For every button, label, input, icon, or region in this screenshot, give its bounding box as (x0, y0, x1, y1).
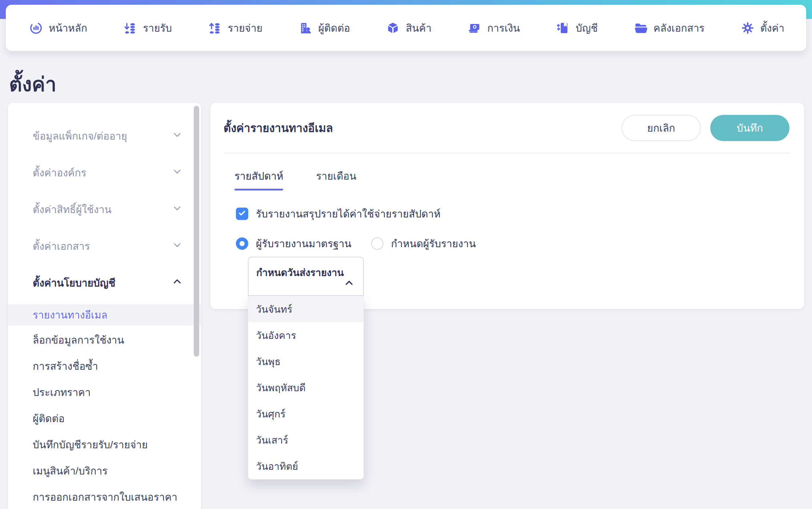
day-option-sunday[interactable]: วันอาทิตย์ (248, 453, 363, 479)
sidebar-item-contacts[interactable]: ผู้ติดต่อ (8, 405, 201, 432)
nav-item-documents[interactable]: คลังเอกสาร (634, 20, 705, 36)
radio-custom-recipients[interactable]: กำหนดผู้รับรายงาน (371, 236, 476, 252)
send-day-dropdown: กำหนดวันส่งรายงาน วันจันทร์ วันอังคาร วั… (248, 257, 364, 480)
nav-item-settings[interactable]: ตั้งค่า (741, 20, 784, 36)
nav-item-income[interactable]: รายรับ (123, 20, 172, 36)
tab-weekly[interactable]: รายสัปดาห์ (234, 168, 283, 191)
tab-label: รายสัปดาห์ (234, 168, 283, 189)
nav-item-label: ผู้ติดต่อ (318, 20, 350, 36)
nav-item-expense[interactable]: รายจ่าย (208, 20, 262, 36)
send-day-dropdown-field[interactable]: กำหนดวันส่งรายงาน (248, 257, 364, 296)
save-button[interactable]: บันทึก (710, 115, 789, 141)
radio-custom-label: กำหนดผู้รับรายงาน (391, 236, 476, 252)
nav-item-label: คลังเอกสาร (654, 20, 705, 36)
contacts-icon (298, 21, 312, 35)
weekly-report-checkbox-label: รับรายงานสรุปรายได้ค่าใช้จ่ายรายสัปดาห์ (256, 206, 441, 222)
send-day-dropdown-label: กำหนดวันส่งรายงาน (256, 265, 356, 280)
sidebar-scrollbar-thumb[interactable] (194, 106, 199, 357)
nav-item-label: รายรับ (143, 20, 172, 36)
send-day-dropdown-menu: วันจันทร์ วันอังคาร วันพุธ วันพฤหัสบดี ว… (248, 296, 364, 480)
products-icon (386, 21, 400, 35)
page-title: ตั้งค่า (9, 68, 56, 100)
chevron-down-icon (172, 130, 182, 142)
sidebar-section-package[interactable]: ข้อมูลแพ็กเกจ/ต่ออายุ (8, 117, 201, 154)
tab-monthly[interactable]: รายเดือน (316, 168, 356, 191)
sidebar-section-user-permissions[interactable]: ตั้งค่าสิทธิ์ผู้ใช้งาน (8, 191, 201, 228)
sidebar-item-income-expense-ledger[interactable]: บันทึกบัญชีรายรับ/รายจ่าย (8, 432, 201, 458)
settings-icon (741, 21, 755, 35)
nav-item-home[interactable]: หน้าหลัก (29, 20, 87, 36)
settings-sidebar: ข้อมูลแพ็กเกจ/ต่ออายุ ตั้งค่าองค์กร ตั้ง… (8, 103, 201, 509)
sidebar-section-label: ตั้งค่านโยบายบัญชี (33, 275, 115, 291)
sidebar-item-price-types[interactable]: ประเภทราคา (8, 379, 201, 405)
chevron-down-icon (172, 203, 182, 216)
radio-standard-recipients[interactable]: ผู้รับรายงานมาตรฐาน (236, 236, 351, 252)
income-icon (123, 21, 137, 35)
chevron-up-icon (344, 278, 354, 289)
radio-selected-icon (236, 237, 248, 250)
accounting-icon (556, 21, 570, 35)
chevron-up-icon (172, 277, 182, 289)
active-tab-underline (234, 189, 283, 191)
nav-item-contacts[interactable]: ผู้ติดต่อ (298, 20, 350, 36)
nav-item-products[interactable]: สินค้า (386, 20, 431, 36)
cancel-button[interactable]: ยกเลิก (622, 115, 701, 141)
sidebar-section-accounting-policy[interactable]: ตั้งค่านโยบายบัญชี (8, 264, 201, 301)
sidebar-item-product-service-menu[interactable]: เมนูสินค้า/บริการ (8, 458, 201, 484)
checkmark-icon (238, 209, 246, 219)
sidebar-item-duplicate-names[interactable]: การสร้างชื่อซ้ำ (8, 353, 201, 379)
report-period-tabs: รายสัปดาห์ รายเดือน (234, 168, 804, 191)
sidebar-section-label: ตั้งค่าสิทธิ์ผู้ใช้งาน (33, 201, 112, 217)
sidebar-item-email-reports[interactable]: รายงานทางอีเมล (8, 304, 201, 325)
day-option-friday[interactable]: วันศุกร์ (248, 401, 363, 427)
sidebar-item-lock-usage-data[interactable]: ล็อกข้อมูลการใช้งาน (8, 327, 201, 353)
header-divider (224, 153, 791, 153)
weekly-report-checkbox[interactable] (236, 208, 248, 220)
nav-item-label: การเงิน (487, 20, 520, 36)
nav-item-label: ตั้งค่า (760, 20, 784, 36)
sidebar-section-label: ตั้งค่าเอกสาร (33, 238, 90, 254)
sidebar-section-label: ข้อมูลแพ็กเกจ/ต่ออายุ (33, 128, 127, 144)
day-option-wednesday[interactable]: วันพุธ (248, 348, 363, 374)
documents-icon (634, 21, 648, 35)
top-navigation-bar: หน้าหลัก รายรับ รายจ่าย ผู้ติดต่อ สินค้า… (6, 5, 806, 51)
sidebar-item-quotation-documents[interactable]: การออกเอกสารจากใบเสนอราคา (8, 484, 201, 509)
radio-unselected-icon (371, 237, 383, 250)
email-report-settings-panel: ตั้งค่ารายงานทางอีเมล ยกเลิก บันทึก รายส… (210, 103, 804, 309)
sidebar-section-label: ตั้งค่าองค์กร (33, 165, 87, 181)
expense-icon (208, 21, 222, 35)
sidebar-section-organization[interactable]: ตั้งค่าองค์กร (8, 154, 201, 191)
day-option-tuesday[interactable]: วันอังคาร (248, 322, 363, 348)
chevron-down-icon (172, 240, 182, 252)
radio-standard-label: ผู้รับรายงานมาตรฐาน (256, 236, 351, 252)
tab-label: รายเดือน (316, 168, 356, 189)
day-option-saturday[interactable]: วันเสาร์ (248, 427, 363, 453)
panel-title: ตั้งค่ารายงานทางอีเมล (224, 119, 333, 137)
nav-item-label: หน้าหลัก (49, 20, 87, 36)
nav-item-label: รายจ่าย (228, 20, 262, 36)
day-option-monday[interactable]: วันจันทร์ (248, 296, 363, 322)
finance-icon (467, 21, 481, 35)
nav-item-accounting[interactable]: บัญชี (556, 20, 598, 36)
nav-item-finance[interactable]: การเงิน (467, 20, 520, 36)
dashboard-icon (29, 21, 43, 35)
sidebar-section-documents[interactable]: ตั้งค่าเอกสาร (8, 228, 201, 264)
day-option-thursday[interactable]: วันพฤหัสบดี (248, 374, 363, 401)
chevron-down-icon (172, 167, 182, 179)
nav-item-label: สินค้า (406, 20, 431, 36)
nav-item-label: บัญชี (576, 20, 598, 36)
